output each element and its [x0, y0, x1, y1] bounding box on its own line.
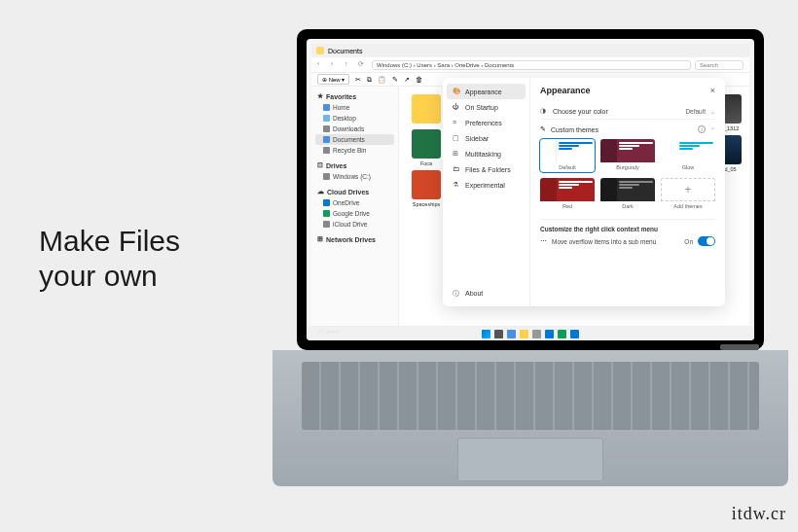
theme-default[interactable]: Default	[540, 139, 595, 172]
folder-icon: 🗀	[453, 165, 460, 173]
power-icon: ⏻	[453, 103, 460, 111]
taskbar-icon[interactable]	[494, 330, 503, 338]
panel-icon: ▢	[453, 134, 460, 142]
folder-tile[interactable]	[407, 94, 446, 125]
context-menu-title: Customize the right click context menu	[540, 226, 715, 232]
hinge	[720, 344, 759, 350]
refresh-button[interactable]: ⟳	[358, 60, 368, 70]
watermark: itdw.cr	[732, 504, 786, 524]
ppt-file[interactable]: Spaceships	[407, 170, 446, 207]
sidebar-googledrive[interactable]: Google Drive	[315, 208, 394, 219]
paste-icon[interactable]: 📋	[378, 76, 386, 84]
rename-icon[interactable]: ✎	[392, 76, 398, 84]
search-input[interactable]: Search	[695, 60, 744, 70]
taskbar-icon[interactable]	[545, 330, 554, 338]
settings-content: Appearance × ◑ Choose your color Default…	[530, 78, 725, 306]
color-icon: ◑	[540, 107, 548, 115]
forward-button[interactable]: ›	[331, 60, 341, 70]
theme-add[interactable]: + Add themes	[661, 178, 715, 211]
grid-icon: ⊞	[453, 150, 460, 158]
settings-nav: 🎨Appearance ⏻On Startup ≡Preferences ▢Si…	[443, 78, 530, 306]
folder-icon	[316, 47, 324, 54]
taskbar-icon[interactable]	[570, 330, 579, 338]
nav-files-folders[interactable]: 🗀Files & Folders	[447, 161, 526, 177]
theme-burgundy[interactable]: Burgundy	[600, 139, 655, 172]
settings-title: Appearance	[540, 86, 591, 95]
plus-icon: +	[661, 178, 715, 201]
nav-multitasking[interactable]: ⊞Multitasking	[447, 146, 526, 161]
nav-appearance[interactable]: 🎨Appearance	[447, 84, 526, 99]
theme-red[interactable]: Red	[540, 178, 595, 211]
chevron-up-icon[interactable]: ⌃	[710, 126, 715, 133]
breadcrumb[interactable]: Windows (C:) › Users › Sara › OneDrive ›…	[372, 60, 691, 70]
keyboard	[272, 350, 788, 486]
toolbar: ‹ › ↑ ⟳ Windows (C:) › Users › Sara › On…	[311, 57, 749, 73]
taskbar[interactable]	[307, 327, 754, 340]
nav-sidebar[interactable]: ▢Sidebar	[447, 130, 526, 146]
info-icon: ⓘ	[453, 289, 460, 297]
overflow-icon: ⋯	[540, 237, 547, 245]
sidebar-windows-c[interactable]: Windows (C:)	[315, 171, 394, 182]
chevron-down-icon: ⌄	[710, 108, 715, 115]
flask-icon: ⚗	[453, 181, 460, 189]
trackpad	[457, 438, 603, 481]
tab-title[interactable]: Documents	[328, 48, 362, 54]
favorites-header[interactable]: ★ Favorites	[315, 90, 394, 102]
nav-preferences[interactable]: ≡Preferences	[447, 115, 526, 130]
back-button[interactable]: ‹	[317, 60, 327, 70]
start-button[interactable]	[482, 330, 490, 338]
nav-startup[interactable]: ⏻On Startup	[447, 99, 526, 115]
nav-about[interactable]: ⓘAbout	[447, 285, 526, 301]
nav-experimental[interactable]: ⚗Experimental	[447, 177, 526, 193]
drives-header[interactable]: ⊡ Drives	[315, 160, 394, 171]
theme-glow[interactable]: Glow	[661, 139, 715, 172]
sidebar-onedrive[interactable]: OneDrive	[315, 197, 394, 208]
keys	[302, 362, 759, 430]
explorer-sidebar: ★ Favorites Home Desktop Downloads Docum…	[311, 87, 399, 326]
close-button[interactable]: ×	[710, 86, 715, 95]
up-button[interactable]: ↑	[345, 60, 354, 70]
sidebar-recycle[interactable]: Recycle Bin	[315, 145, 394, 156]
marketing-headline: Make Files your own	[39, 224, 180, 294]
excel-file[interactable]: Foca	[407, 129, 446, 166]
info-icon[interactable]: i	[698, 125, 706, 133]
cloud-header[interactable]: ☁ Cloud Drives	[315, 186, 394, 197]
taskbar-edge-icon[interactable]	[558, 330, 566, 338]
sidebar-desktop[interactable]: Desktop	[315, 113, 394, 124]
taskbar-icon[interactable]	[532, 330, 541, 338]
sidebar-home[interactable]: Home	[315, 102, 394, 113]
sliders-icon: ≡	[453, 119, 460, 126]
sidebar-documents[interactable]: Documents	[315, 134, 394, 145]
sidebar-downloads[interactable]: Downloads	[315, 124, 394, 134]
palette-icon: 🎨	[453, 88, 460, 95]
network-header[interactable]: ⊞ Network Drives	[315, 233, 394, 245]
screen-bezel: Documents ‹ › ↑ ⟳ Windows (C:) › Users ›…	[297, 29, 764, 350]
settings-dialog: 🎨Appearance ⏻On Startup ≡Preferences ▢Si…	[443, 78, 725, 306]
sidebar-icloud[interactable]: iCloud Drive	[315, 219, 394, 230]
new-button[interactable]: ⊕ New ▾	[317, 74, 349, 85]
color-row[interactable]: ◑ Choose your color Default ⌄	[540, 103, 715, 120]
theme-dark[interactable]: Dark	[600, 178, 655, 211]
delete-icon[interactable]: 🗑	[416, 76, 422, 83]
brush-icon: ✎	[540, 125, 546, 133]
taskbar-icon[interactable]	[507, 330, 516, 338]
taskbar-explorer-icon[interactable]	[520, 330, 528, 338]
screen: Documents ‹ › ↑ ⟳ Windows (C:) › Users ›…	[307, 39, 754, 340]
laptop-frame: Documents ‹ › ↑ ⟳ Windows (C:) › Users ›…	[272, 29, 788, 496]
toggle-switch[interactable]	[698, 236, 715, 246]
titlebar[interactable]: Documents	[311, 44, 749, 57]
overflow-toggle-row[interactable]: ⋯ Move overflow items into a sub menu On	[540, 236, 715, 246]
share-icon[interactable]: ↗	[404, 76, 410, 84]
copy-icon[interactable]: ⧉	[367, 76, 372, 84]
cut-icon[interactable]: ✂	[355, 76, 361, 84]
